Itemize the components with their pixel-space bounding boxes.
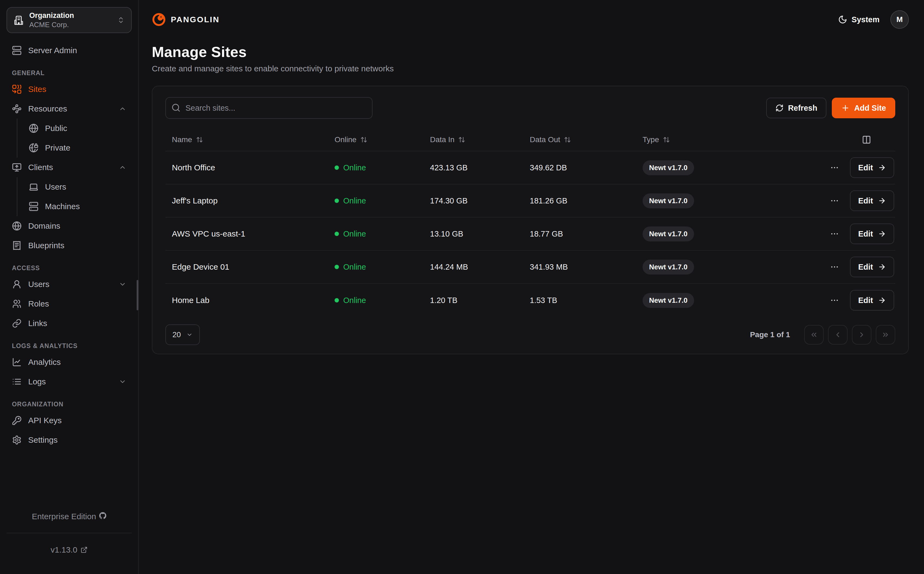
brand[interactable]: PANGOLIN (152, 13, 220, 27)
page-size-select[interactable]: 20 (165, 325, 200, 345)
sidebar-item-label: Users (45, 182, 66, 191)
row-actions-menu-button[interactable] (828, 227, 841, 241)
previous-page-button[interactable] (828, 325, 847, 344)
edit-button[interactable]: Edit (850, 290, 894, 311)
sidebar: Organization ACME Corp. Server Admin GEN… (0, 0, 139, 574)
next-page-button[interactable] (852, 325, 871, 344)
edit-button[interactable]: Edit (850, 257, 894, 277)
row-actions-menu-button[interactable] (828, 260, 841, 274)
ellipsis-icon (830, 262, 839, 271)
sidebar-item-label: Resources (28, 104, 67, 114)
last-page-button[interactable] (876, 325, 895, 344)
sidebar-item-label: Settings (28, 435, 58, 445)
server-icon (12, 46, 22, 55)
resources-subnav: Public Private (17, 118, 132, 158)
section-title-logs-analytics: LOGS & ANALYTICS (12, 342, 126, 350)
github-link[interactable] (99, 509, 106, 524)
sidebar-item-users[interactable]: Users (6, 274, 132, 294)
sidebar-item-label: Blueprints (28, 241, 64, 250)
refresh-button[interactable]: Refresh (766, 98, 827, 118)
sidebar-item-label: Clients (28, 163, 53, 172)
sidebar-item-domains[interactable]: Domains (6, 216, 132, 236)
sort-icon (458, 136, 465, 143)
clients-subnav: Users Machines (17, 177, 132, 216)
theme-toggle[interactable]: System (838, 15, 880, 24)
column-visibility-button[interactable] (860, 132, 874, 147)
chevron-up-icon (119, 105, 126, 113)
sidebar-item-label: Analytics (28, 358, 61, 367)
ellipsis-icon (830, 229, 839, 238)
sidebar-item-label: Domains (28, 221, 60, 230)
data-in-value: 144.24 MB (430, 263, 530, 271)
edit-button[interactable]: Edit (850, 157, 894, 178)
online-dot-icon (335, 265, 339, 269)
sidebar-item-roles[interactable]: Roles (6, 294, 132, 314)
organization-value: ACME Corp. (29, 20, 112, 29)
column-header-data-out[interactable]: Data Out (530, 136, 643, 144)
type-badge: Newt v1.7.0 (643, 293, 694, 308)
data-in-value: 13.10 GB (430, 230, 530, 238)
column-header-name[interactable]: Name (172, 136, 335, 144)
sidebar-item-sites[interactable]: Sites (6, 79, 132, 99)
search-input[interactable] (165, 97, 372, 119)
github-icon (99, 512, 106, 519)
first-page-button[interactable] (804, 325, 824, 344)
site-name: Jeff's Laptop (172, 196, 335, 205)
status-badge: Online (335, 163, 430, 172)
data-out-value: 341.93 MB (530, 263, 643, 271)
refresh-icon (775, 104, 784, 112)
edit-button[interactable]: Edit (850, 191, 894, 211)
sidebar-item-machines[interactable]: Machines (17, 197, 132, 216)
data-out-value: 1.53 TB (530, 296, 643, 305)
row-actions-menu-button[interactable] (828, 161, 841, 174)
column-header-data-in[interactable]: Data In (430, 136, 530, 144)
sidebar-item-label: API Keys (28, 416, 61, 425)
chevron-left-icon (834, 331, 842, 339)
row-actions-menu-button[interactable] (828, 194, 841, 208)
avatar[interactable]: M (890, 10, 909, 29)
sidebar-item-api-keys[interactable]: API Keys (6, 411, 132, 430)
site-name: Home Lab (172, 296, 335, 305)
row-actions-menu-button[interactable] (828, 293, 841, 307)
external-link-icon (80, 546, 88, 554)
site-name: North Office (172, 163, 335, 172)
sidebar-item-label: Users (28, 280, 49, 289)
status-badge: Online (335, 296, 430, 305)
sidebar-item-resources[interactable]: Resources (6, 99, 132, 118)
add-site-button[interactable]: Add Site (832, 98, 895, 118)
version-link[interactable]: v1.13.0 (51, 542, 77, 557)
sites-toolbar: Refresh Add Site (165, 97, 895, 119)
column-header-online[interactable]: Online (335, 136, 430, 144)
sidebar-item-private[interactable]: Private (17, 138, 132, 158)
sites-card: Refresh Add Site Name (152, 86, 909, 354)
avatar-initial: M (896, 15, 903, 24)
sidebar-item-clients[interactable]: Clients (6, 158, 132, 177)
server-icon (29, 202, 39, 211)
edit-button[interactable]: Edit (850, 224, 894, 244)
page-content: Manage Sites Create and manage sites to … (139, 39, 924, 354)
chevrons-up-down-icon (117, 16, 125, 24)
sidebar-item-settings[interactable]: Settings (6, 430, 132, 450)
sidebar-item-blueprints[interactable]: Blueprints (6, 236, 132, 255)
ellipsis-icon (830, 196, 839, 205)
column-header-type[interactable]: Type (643, 136, 781, 144)
sidebar-item-client-users[interactable]: Users (17, 177, 132, 197)
page-info: Page 1 of 1 (750, 330, 790, 339)
sidebar-item-analytics[interactable]: Analytics (6, 352, 132, 372)
sidebar-footer: Enterprise Edition v1.13.0 (6, 500, 132, 566)
type-badge: Newt v1.7.0 (643, 160, 694, 175)
status-badge: Online (335, 196, 430, 205)
globe-icon (29, 123, 39, 133)
organization-selector[interactable]: Organization ACME Corp. (6, 7, 132, 33)
table-row: Jeff's Laptop Online 174.30 GB 181.26 GB… (165, 184, 895, 218)
sidebar-item-public[interactable]: Public (17, 118, 132, 138)
sidebar-scrollbar-thumb[interactable] (137, 280, 138, 310)
sort-icon (196, 136, 203, 143)
table-row: North Office Online 423.13 GB 349.62 DB … (165, 151, 895, 184)
waypoints-icon (12, 104, 22, 114)
sidebar-item-server-admin[interactable]: Server Admin (6, 41, 132, 60)
chevrons-right-icon (882, 331, 889, 339)
sidebar-item-logs[interactable]: Logs (6, 372, 132, 391)
sidebar-item-links[interactable]: Links (6, 314, 132, 333)
site-name: Edge Device 01 (172, 262, 335, 271)
